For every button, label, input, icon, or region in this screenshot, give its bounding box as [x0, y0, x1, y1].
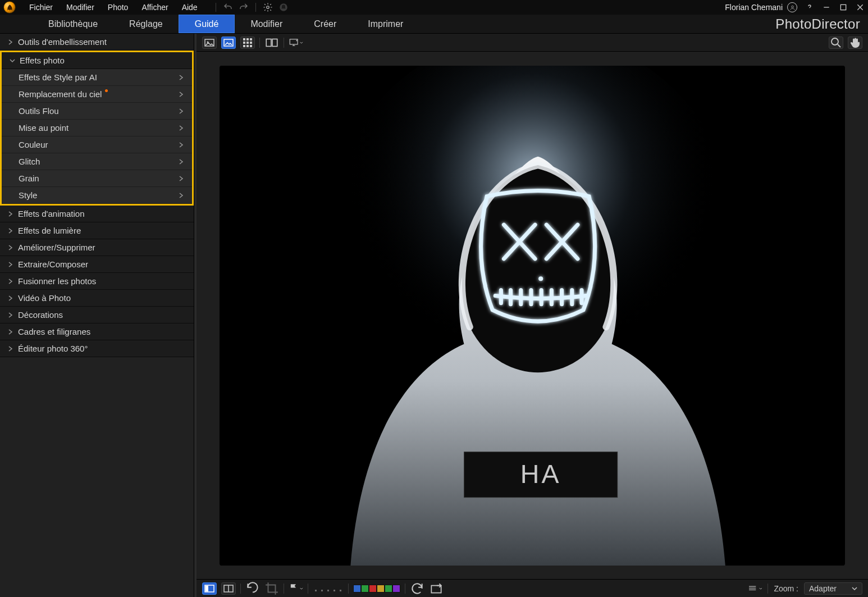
- chevron-right-icon: [179, 89, 184, 99]
- menu-photo[interactable]: Photo: [102, 2, 134, 13]
- svg-rect-10: [243, 38, 245, 40]
- sidebar-cat-improve-remove[interactable]: Améliorer/Supprimer: [0, 239, 194, 256]
- notifications-icon[interactable]: [278, 2, 289, 12]
- flag-icon[interactable]: [289, 582, 303, 595]
- view-layout-2-icon[interactable]: [221, 582, 236, 595]
- guided-sidebar: Outils d'embellissement Effets photo Eff…: [0, 34, 194, 597]
- swatch-green2[interactable]: [385, 585, 392, 593]
- body-layout: Outils d'embellissement Effets photo Eff…: [0, 34, 868, 597]
- minimize-icon[interactable]: [822, 3, 831, 12]
- tab-creer[interactable]: Créer: [298, 15, 352, 33]
- svg-rect-12: [250, 38, 252, 40]
- zoom-select[interactable]: Adapter: [804, 582, 862, 595]
- sidebar-cat-light[interactable]: Effets de lumière: [0, 222, 194, 239]
- svg-text:HA: HA: [520, 459, 561, 489]
- sidebar-item-ai-style[interactable]: Effets de Style par AI: [2, 69, 192, 86]
- sidebar-cat-label: Vidéo à Photo: [18, 293, 71, 303]
- sidebar-cat-video-to-photo[interactable]: Vidéo à Photo: [0, 290, 194, 307]
- swatch-purple[interactable]: [392, 585, 400, 593]
- sidebar-item-grain[interactable]: Grain: [2, 170, 192, 187]
- menu-fichier[interactable]: Fichier: [24, 2, 58, 13]
- tab-guide[interactable]: Guidé: [179, 15, 235, 33]
- new-badge-icon: [105, 89, 108, 92]
- window-controls: [805, 3, 865, 12]
- sidebar-cat-decorations[interactable]: Décorations: [0, 307, 194, 323]
- rating-dots[interactable]: [313, 584, 344, 593]
- sidebar-cat-extract-compose[interactable]: Extraire/Composer: [0, 256, 194, 273]
- rotate-icon[interactable]: [245, 582, 260, 595]
- reset-icon[interactable]: [410, 582, 424, 595]
- tab-bibliotheque[interactable]: Bibliothèque: [33, 15, 113, 33]
- sidebar-cat-embellissement[interactable]: Outils d'embellissement: [0, 34, 194, 51]
- swatch-green[interactable]: [361, 585, 369, 593]
- settings-icon[interactable]: [263, 2, 273, 12]
- sidebar-item-focus[interactable]: Mise au point: [2, 120, 192, 136]
- svg-rect-20: [272, 39, 277, 46]
- chevron-right-icon: [179, 157, 184, 166]
- sidebar-cat-merge[interactable]: Fusionner les photos: [0, 273, 194, 290]
- color-labels[interactable]: [353, 585, 400, 593]
- tab-modifier[interactable]: Modifier: [235, 15, 298, 33]
- canvas-holder[interactable]: HA: [197, 52, 868, 579]
- view-grid-icon[interactable]: [240, 37, 255, 49]
- sidebar-item-label: Remplacement du ciel: [19, 89, 102, 99]
- separator: [216, 3, 216, 12]
- view-single-icon[interactable]: [202, 37, 217, 49]
- crop-icon[interactable]: [264, 582, 279, 595]
- secondary-display-icon[interactable]: [289, 37, 303, 49]
- user-name-label: Florian Chemani: [725, 3, 783, 12]
- zoom-tool-icon[interactable]: [829, 37, 843, 49]
- canvas-bottom-bar: Zoom : Adapter: [197, 579, 868, 597]
- svg-rect-30: [205, 586, 208, 591]
- swatch-blue[interactable]: [353, 585, 361, 593]
- export-icon[interactable]: [429, 582, 444, 595]
- help-icon[interactable]: [805, 3, 814, 12]
- svg-rect-16: [243, 45, 245, 47]
- compare-icon[interactable]: [264, 37, 279, 49]
- sidebar-cat-label: Effets photo: [20, 56, 65, 65]
- pan-tool-icon[interactable]: [848, 37, 862, 49]
- chevron-right-icon: [179, 140, 184, 149]
- swatch-red[interactable]: [369, 585, 377, 593]
- zoom-label: Zoom :: [774, 584, 798, 593]
- sidebar-item-style[interactable]: Style: [2, 187, 192, 204]
- title-right-group: Florian Chemani: [725, 2, 865, 12]
- undo-icon[interactable]: [223, 2, 233, 12]
- swatch-yellow[interactable]: [377, 585, 385, 593]
- sidebar-cat-360[interactable]: Éditeur photo 360°: [0, 340, 194, 357]
- tab-imprimer[interactable]: Imprimer: [352, 15, 419, 33]
- chevron-right-icon: [8, 276, 15, 286]
- sidebar-item-blur[interactable]: Outils Flou: [2, 103, 192, 120]
- tab-reglage[interactable]: Réglage: [113, 15, 179, 33]
- menu-modifier[interactable]: Modifier: [61, 2, 100, 13]
- chevron-right-icon: [8, 344, 15, 353]
- close-icon[interactable]: [856, 3, 865, 12]
- redo-icon[interactable]: [239, 2, 249, 12]
- sidebar-item-glitch[interactable]: Glitch: [2, 153, 192, 170]
- separator: [240, 584, 241, 594]
- sidebar-cat-animation[interactable]: Effets d'animation: [0, 206, 194, 222]
- sidebar-cat-frames[interactable]: Cadres et filigranes: [0, 323, 194, 340]
- maximize-icon[interactable]: [839, 3, 848, 12]
- sidebar-cat-label: Décorations: [18, 310, 63, 320]
- sidebar-cat-label: Effets d'animation: [18, 209, 85, 218]
- app-name-label: PhotoDirector: [775, 16, 868, 32]
- chevron-down-icon: [10, 56, 16, 65]
- sidebar-item-color[interactable]: Couleur: [2, 136, 192, 153]
- svg-point-2: [791, 6, 793, 8]
- menu-afficher[interactable]: Afficher: [136, 2, 173, 13]
- svg-rect-18: [250, 45, 252, 47]
- sidebar-item-label: Style: [19, 190, 37, 200]
- sidebar-item-sky-replace[interactable]: Remplacement du ciel: [2, 86, 192, 103]
- svg-rect-11: [246, 38, 249, 40]
- canvas-pane: HA: [197, 34, 868, 597]
- canvas-toolbar: [197, 34, 868, 52]
- histogram-icon[interactable]: [747, 582, 762, 595]
- user-account[interactable]: Florian Chemani: [725, 2, 797, 12]
- menu-aide[interactable]: Aide: [176, 2, 203, 13]
- chevron-right-icon: [179, 72, 184, 82]
- view-fit-icon[interactable]: [221, 37, 236, 49]
- view-layout-1-icon[interactable]: [202, 582, 217, 595]
- sidebar-cat-effets-photo[interactable]: Effets photo: [2, 52, 192, 69]
- sidebar-item-label: Glitch: [19, 157, 40, 166]
